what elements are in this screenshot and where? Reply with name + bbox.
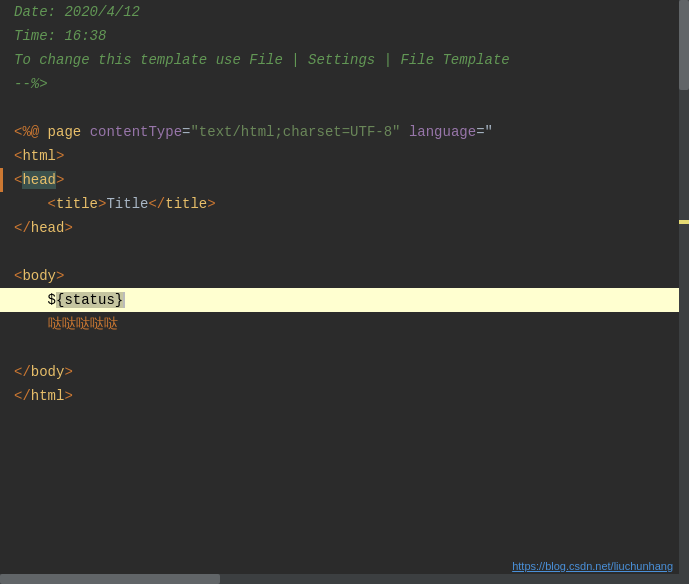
code-editor[interactable]: Date: 2020/4/12 Time: 16:38 To change th…: [0, 0, 689, 584]
gutter-3: [0, 48, 10, 72]
line-17: </html>: [0, 384, 689, 408]
line-content-11: [10, 240, 689, 264]
line-10: </head>: [0, 216, 689, 240]
line-content-10: </head>: [10, 216, 689, 240]
line-8: <head>: [0, 168, 689, 192]
gutter-13: [0, 288, 10, 312]
line-content-2: Time: 16:38: [10, 24, 689, 48]
line-content-7: <html>: [10, 144, 689, 168]
code-area: Date: 2020/4/12 Time: 16:38 To change th…: [0, 0, 689, 408]
gutter-11: [0, 240, 10, 264]
line-content-16: </body>: [10, 360, 689, 384]
line-content-9: <title>Title</title>: [10, 192, 689, 216]
line-15: [0, 336, 689, 360]
line-content-5: [10, 96, 689, 120]
line-content-17: </html>: [10, 384, 689, 408]
line-7: <html>: [0, 144, 689, 168]
line-4: --%>: [0, 72, 689, 96]
watermark: https://blog.csdn.net/liuchunhang: [512, 560, 673, 572]
gutter-7: [0, 144, 10, 168]
gutter-9: [0, 192, 10, 216]
gutter-5: [0, 96, 10, 120]
gutter-6: [0, 120, 10, 144]
gutter-12: [0, 264, 10, 288]
line-3: To change this template use File | Setti…: [0, 48, 689, 72]
line-11: [0, 240, 689, 264]
line-content-1: Date: 2020/4/12: [10, 0, 689, 24]
gutter-16: [0, 360, 10, 384]
line-14: 哒哒哒哒哒: [0, 312, 689, 336]
line-9: <title>Title</title>: [0, 192, 689, 216]
scrollbar-thumb-right[interactable]: [679, 0, 689, 90]
gutter-2: [0, 24, 10, 48]
gutter-10: [0, 216, 10, 240]
scrollbar-thumb-bottom[interactable]: [0, 574, 220, 584]
gutter-14: [0, 312, 10, 336]
line-content-6: <%@ page contentType="text/html;charset=…: [10, 120, 689, 144]
line-content-8: <head>: [10, 168, 689, 192]
line-6: <%@ page contentType="text/html;charset=…: [0, 120, 689, 144]
line-13: ${status}: [0, 288, 689, 312]
line-1: Date: 2020/4/12: [0, 0, 689, 24]
gutter-17: [0, 384, 10, 408]
line-16: </body>: [0, 360, 689, 384]
line-2: Time: 16:38: [0, 24, 689, 48]
line-content-3: To change this template use File | Setti…: [10, 48, 689, 72]
gutter-4: [0, 72, 10, 96]
gutter-8: [0, 168, 10, 192]
line-content-12: <body>: [10, 264, 689, 288]
scrollbar-right[interactable]: [679, 0, 689, 584]
line-5: [0, 96, 689, 120]
scrollbar-bottom[interactable]: [0, 574, 689, 584]
scroll-marker: [679, 220, 689, 224]
line-content-15: [10, 336, 689, 360]
line-content-4: --%>: [10, 72, 689, 96]
line-12: <body>: [0, 264, 689, 288]
line-content-14: 哒哒哒哒哒: [10, 312, 689, 336]
gutter-1: [0, 0, 10, 24]
line-content-13: ${status}: [10, 288, 689, 312]
gutter-15: [0, 336, 10, 360]
